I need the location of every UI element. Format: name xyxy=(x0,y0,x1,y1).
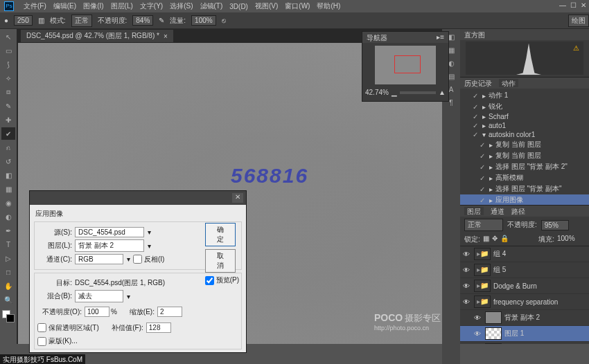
minimize-icon[interactable]: — xyxy=(559,1,566,9)
action-item[interactable]: ✓▸应用图像 xyxy=(460,194,589,206)
action-item[interactable]: ✓▸动作 1 xyxy=(460,90,589,101)
visibility-icon[interactable]: 👁 xyxy=(463,251,471,258)
preserve-checkbox[interactable]: 保留透明区域(T) xyxy=(37,320,99,335)
flow-value[interactable]: 100% xyxy=(191,15,216,26)
blend-mode-select[interactable]: 正常 xyxy=(464,219,503,231)
action-item[interactable]: ✓▸复制 当前 图层 xyxy=(460,150,589,161)
blur-tool-icon[interactable]: ◉ xyxy=(1,197,15,209)
hand-tool-icon[interactable]: ✋ xyxy=(1,280,15,292)
action-item[interactable]: ✓▸复制 当前 图层 xyxy=(460,139,589,150)
paths-tab[interactable]: 路径 xyxy=(511,207,525,215)
brush-tool-icon[interactable]: ✔ xyxy=(1,127,15,140)
navigator-viewport[interactable] xyxy=(394,55,421,73)
action-item[interactable]: ✓▸选择 图层 "背景 副本" xyxy=(460,183,589,194)
zoom-out-icon[interactable]: ▁ xyxy=(392,89,397,96)
dropdown-icon[interactable]: ▾ xyxy=(146,242,152,250)
menu-help[interactable]: 帮助(H) xyxy=(317,1,340,11)
close-icon[interactable]: ✕ xyxy=(581,1,586,9)
navigator-zoom[interactable]: 42.74% xyxy=(365,89,389,96)
maximize-icon[interactable]: ☐ xyxy=(570,1,577,9)
zoom-tool-icon[interactable]: 🔍 xyxy=(1,293,15,306)
offset-input[interactable]: 128 xyxy=(146,322,171,333)
action-item[interactable]: ✓▾autoskin color1 xyxy=(460,130,589,139)
dlg-opacity-input[interactable]: 100 xyxy=(85,307,109,317)
mode-select[interactable]: 正常 xyxy=(71,15,92,27)
menu-layer[interactable]: 图层(L) xyxy=(111,1,133,11)
layer-row[interactable]: 👁背景 副本 2 xyxy=(460,310,589,326)
path-tool-icon[interactable]: ▷ xyxy=(1,252,15,264)
move-tool-icon[interactable]: ↖ xyxy=(1,30,15,43)
dropdown-icon[interactable]: ▾ xyxy=(125,293,132,300)
document-tab[interactable]: DSC_4554.psd @ 42.7% (图层 1, RGB/8) * × xyxy=(21,30,173,42)
dodge-tool-icon[interactable]: ◐ xyxy=(1,210,15,223)
visibility-icon[interactable]: 👁 xyxy=(474,314,482,322)
scale-input[interactable]: 2 xyxy=(157,307,182,317)
history-tab[interactable]: 历史记录 xyxy=(464,79,492,87)
blend-select[interactable]: 减去 xyxy=(75,290,123,302)
menu-select[interactable]: 选择(S) xyxy=(170,1,193,11)
layer-row[interactable]: 👁▸📁组 4 xyxy=(460,246,589,262)
action-item[interactable]: ✓▸auto1 xyxy=(460,121,589,130)
menu-filter[interactable]: 滤镜(T) xyxy=(200,1,223,11)
dialog-titlebar[interactable]: ✕ xyxy=(30,191,246,205)
visibility-icon[interactable]: 👁 xyxy=(463,298,471,306)
layer-select[interactable]: 背景 副本 2 xyxy=(75,239,144,252)
action-item[interactable]: ✓▸高斯模糊 xyxy=(460,172,589,183)
layers-tab[interactable]: 图层 xyxy=(464,207,484,215)
shape-tool-icon[interactable]: □ xyxy=(1,266,15,278)
preview-checkbox[interactable]: 预览(P) xyxy=(205,275,239,285)
channels-tab[interactable]: 通道 xyxy=(491,207,504,215)
crop-tool-icon[interactable]: ⧈ xyxy=(1,86,15,98)
lock-position-icon[interactable]: ✥ xyxy=(492,235,498,244)
lock-pixels-icon[interactable]: ▦ xyxy=(483,235,489,244)
action-item[interactable]: ✓▸锐化 xyxy=(460,101,589,112)
gradient-tool-icon[interactable]: ▦ xyxy=(1,183,15,195)
marquee-tool-icon[interactable]: ▭ xyxy=(1,44,15,57)
lasso-tool-icon[interactable]: ⟆ xyxy=(1,58,15,71)
menu-view[interactable]: 视图(V) xyxy=(255,1,278,11)
healing-tool-icon[interactable]: ✚ xyxy=(1,113,15,126)
layer-row[interactable]: 👁图层 1 xyxy=(460,326,589,342)
layer-row[interactable]: 👁▸📁Dodge & Burn xyxy=(460,278,589,294)
airbrush-icon[interactable]: ⎋ xyxy=(222,17,226,24)
color-swatches[interactable] xyxy=(2,310,15,322)
lock-all-icon[interactable]: 🔒 xyxy=(500,235,509,244)
brush-preview-icon[interactable]: ● xyxy=(4,17,8,24)
panel-menu-icon[interactable]: ▸≡ xyxy=(437,33,444,42)
type-tool-icon[interactable]: T xyxy=(1,238,15,251)
menu-3d[interactable]: 3D(D) xyxy=(229,3,248,10)
layer-row[interactable]: 👁背景 副本 xyxy=(460,342,589,344)
cancel-button[interactable]: 取消 xyxy=(205,249,236,273)
invert-checkbox[interactable]: 反相(I) xyxy=(133,255,168,264)
dropdown-icon[interactable]: ▾ xyxy=(125,255,132,263)
navigator-thumb[interactable] xyxy=(375,46,436,84)
ok-button[interactable]: 确定 xyxy=(205,223,236,246)
fill-value[interactable]: 100% xyxy=(557,235,585,244)
wand-tool-icon[interactable]: ✧ xyxy=(1,72,15,84)
dialog-close-icon[interactable]: ✕ xyxy=(232,193,243,203)
menu-file[interactable]: 文件(F) xyxy=(24,1,46,11)
actions-tab[interactable]: 动作 xyxy=(499,79,518,87)
mask-checkbox[interactable]: 蒙版(K)... xyxy=(37,336,238,346)
opacity-value[interactable]: 84% xyxy=(132,15,153,26)
warning-icon[interactable]: ⚠ xyxy=(573,44,579,52)
brush-size[interactable]: 250 xyxy=(14,15,33,26)
zoom-slider[interactable] xyxy=(400,91,436,94)
layer-row[interactable]: 👁▸📁frequency separation xyxy=(460,294,589,310)
layer-opacity-value[interactable]: 95% xyxy=(541,220,569,230)
brush-options-icon[interactable]: ▥ xyxy=(38,17,44,24)
tab-close-icon[interactable]: × xyxy=(164,33,168,40)
zoom-in-icon[interactable]: ▲ xyxy=(439,89,446,96)
visibility-icon[interactable]: 👁 xyxy=(474,330,482,338)
workspace-select[interactable]: 绘图 xyxy=(568,15,589,27)
visibility-icon[interactable]: 👁 xyxy=(463,266,471,274)
eraser-tool-icon[interactable]: ◧ xyxy=(1,169,15,181)
source-select[interactable]: DSC_4554.psd xyxy=(75,227,144,237)
pen-tool-icon[interactable]: ✒ xyxy=(1,224,15,237)
dropdown-icon[interactable]: ▾ xyxy=(146,228,152,236)
visibility-icon[interactable]: 👁 xyxy=(463,282,471,290)
history-brush-tool-icon[interactable]: ↺ xyxy=(1,155,15,167)
menu-type[interactable]: 文字(Y) xyxy=(140,1,163,11)
character-panel-icon[interactable]: A xyxy=(449,86,454,93)
action-item[interactable]: ✓▸Scharf xyxy=(460,112,589,121)
